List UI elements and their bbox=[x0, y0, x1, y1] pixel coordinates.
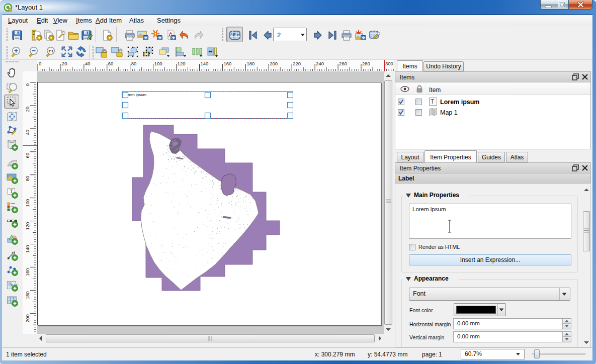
svg-text:40: 40 bbox=[85, 61, 91, 66]
svg-text:200: 200 bbox=[25, 314, 30, 322]
svg-text:0: 0 bbox=[25, 83, 30, 86]
svg-text:1:1: 1:1 bbox=[48, 49, 53, 53]
svg-text:120: 120 bbox=[178, 61, 186, 66]
svg-text:260: 260 bbox=[339, 61, 347, 66]
svg-text:80: 80 bbox=[25, 176, 30, 181]
svg-text:80: 80 bbox=[131, 61, 137, 66]
svg-text:180: 180 bbox=[246, 61, 254, 66]
svg-text:220: 220 bbox=[293, 61, 301, 66]
svg-text:240: 240 bbox=[316, 61, 324, 66]
svg-text:160: 160 bbox=[25, 268, 30, 276]
svg-text:280: 280 bbox=[362, 61, 370, 66]
svg-text:60: 60 bbox=[25, 153, 30, 158]
svg-text:160: 160 bbox=[223, 61, 231, 66]
svg-text:0: 0 bbox=[39, 61, 41, 66]
svg-text:140: 140 bbox=[25, 245, 30, 253]
svg-text:200: 200 bbox=[270, 61, 278, 66]
svg-text:100: 100 bbox=[25, 199, 30, 207]
svg-text:120: 120 bbox=[25, 222, 30, 230]
svg-text:180: 180 bbox=[25, 291, 30, 299]
svg-text:60: 60 bbox=[108, 61, 114, 66]
svg-text:100: 100 bbox=[154, 61, 162, 66]
svg-text:300: 300 bbox=[385, 61, 393, 66]
svg-text:20: 20 bbox=[62, 61, 67, 66]
svg-text:20: 20 bbox=[25, 107, 30, 112]
svg-text:140: 140 bbox=[201, 61, 209, 66]
svg-text:40: 40 bbox=[25, 130, 30, 135]
